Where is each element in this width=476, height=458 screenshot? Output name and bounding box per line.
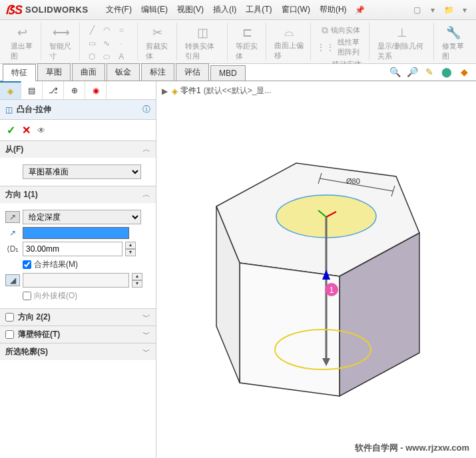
- tab-features[interactable]: 特征: [3, 64, 36, 81]
- depth-increase-button[interactable]: ▴: [125, 242, 136, 249]
- show-relations-button[interactable]: ⊥ 显示/删除几何关系: [375, 24, 429, 63]
- linear-pattern-button[interactable]: ⋮⋮线性草图阵列: [316, 37, 364, 58]
- exit-sketch-icon: ↩: [17, 25, 27, 40]
- panel-tab-property[interactable]: ▤: [21, 81, 43, 99]
- new-doc-icon[interactable]: ▢: [411, 4, 423, 16]
- depth-input[interactable]: [23, 242, 122, 256]
- folder-icon[interactable]: 📁: [443, 4, 455, 16]
- thin-feature-header[interactable]: 薄壁特征(T) ﹀: [0, 326, 156, 343]
- title-quick-icons: ▢ ▾ 📁 ▾: [411, 4, 476, 16]
- menu-view[interactable]: 视图(V): [173, 1, 208, 18]
- menu-file[interactable]: 文件(F): [102, 1, 136, 18]
- direction-icon[interactable]: ↗: [5, 211, 20, 223]
- ellipse-icon[interactable]: ⬭: [100, 51, 113, 63]
- preview-icon[interactable]: 👁: [37, 126, 45, 135]
- pin-icon[interactable]: 📌: [355, 5, 365, 15]
- feature-title-bar: ◫ 凸台-拉伸 ⓘ: [0, 100, 156, 120]
- tab-sketch[interactable]: 草图: [37, 63, 71, 81]
- app-logo: ẞS SOLIDWORKS: [0, 3, 94, 17]
- end-condition-select[interactable]: 给定深度: [23, 210, 141, 224]
- open-doc-icon[interactable]: ▾: [427, 4, 439, 16]
- mirror-entities-button[interactable]: ⧉镜向实体: [322, 24, 360, 37]
- point-icon[interactable]: ·: [115, 37, 128, 49]
- panel-tab-dimxpert[interactable]: ⊕: [64, 81, 85, 99]
- cancel-button[interactable]: ✕: [22, 124, 31, 136]
- smart-dim-icon: ⟷: [53, 25, 70, 40]
- circle-icon[interactable]: ○: [115, 24, 128, 36]
- spline-icon[interactable]: ∿: [100, 37, 113, 49]
- contours-header[interactable]: 所选轮廓(S) ﹀: [0, 344, 156, 360]
- draft-increase-button[interactable]: ▴: [132, 273, 142, 280]
- reverse-icon[interactable]: ↗: [5, 228, 20, 238]
- direction1-header[interactable]: 方向 1(1) ︿: [0, 186, 156, 203]
- command-ribbon: ↩ 退出草图 ⟷ 智能尺寸 ╱ ◠ ○ ▭ ∿ · ⬡ ⬭ A ✂ 剪裁实体 ◫: [0, 20, 476, 64]
- menu-tools[interactable]: 工具(T): [242, 1, 276, 18]
- tab-annotate[interactable]: 标注: [141, 63, 174, 81]
- appearance-icon[interactable]: ⬤: [440, 65, 453, 79]
- from-select[interactable]: 草图基准面: [23, 164, 141, 179]
- feature-title: 凸台-拉伸: [17, 104, 142, 115]
- menu-window[interactable]: 窗口(W): [278, 1, 314, 18]
- feature-tabs: 特征 草图 曲面 钣金 标注 评估 MBD 🔍 🔎 ✎ ⬤ ◆: [0, 64, 476, 81]
- tab-evaluate[interactable]: 评估: [176, 63, 209, 81]
- help-icon[interactable]: ⓘ: [142, 104, 150, 115]
- panel-tab-feature-tree[interactable]: ◈: [0, 81, 21, 99]
- direction2-header[interactable]: 方向 2(2) ﹀: [0, 309, 156, 326]
- direction-reference-field[interactable]: [23, 227, 129, 239]
- surface-offset-button[interactable]: ⌓ 曲面上偏移: [272, 24, 306, 62]
- ok-button[interactable]: ✓: [7, 124, 15, 136]
- depth-icon: ⟨D₁: [5, 244, 20, 254]
- line-icon[interactable]: ╱: [85, 24, 99, 36]
- dropdown-icon[interactable]: ▾: [459, 4, 471, 16]
- exit-sketch-button[interactable]: ↩ 退出草图: [8, 24, 37, 63]
- breadcrumb-part[interactable]: 零件1: [180, 85, 201, 97]
- logo-ds-icon: ẞS: [5, 3, 23, 17]
- dimension-label: Ø80: [346, 177, 360, 185]
- from-header[interactable]: 从(F) ︿: [0, 141, 156, 158]
- menu-help[interactable]: 帮助(H): [316, 1, 351, 18]
- trim-icon: ✂: [152, 25, 162, 40]
- depth-decrease-button[interactable]: ▾: [125, 249, 136, 256]
- thin-feature-checkbox[interactable]: [5, 330, 14, 339]
- panel-tab-appearance[interactable]: ◉: [85, 81, 107, 99]
- contours-section: 所选轮廓(S) ﹀: [0, 343, 156, 360]
- draft-outward-checkbox[interactable]: [23, 292, 31, 300]
- panel-tab-config[interactable]: ⎇: [43, 81, 64, 99]
- scene-icon[interactable]: ◆: [457, 65, 471, 79]
- convert-entities-button[interactable]: ◫ 转换实体引用: [182, 24, 223, 63]
- draft-icon[interactable]: ◢: [5, 274, 20, 286]
- chevron-up-icon: ︿: [142, 189, 150, 200]
- draft-angle-input[interactable]: [23, 273, 129, 288]
- breadcrumb-expand-icon[interactable]: ▶: [162, 87, 168, 96]
- trim-button[interactable]: ✂ 剪裁实体: [143, 24, 172, 63]
- repair-sketch-button[interactable]: 🔧 修复草图: [439, 24, 468, 63]
- cube-icon: ◈: [7, 87, 13, 96]
- smart-dimension-button[interactable]: ⟷ 智能尺寸: [47, 24, 75, 63]
- tab-mbd[interactable]: MBD: [210, 65, 246, 81]
- arc-icon[interactable]: ◠: [100, 24, 113, 36]
- menu-edit[interactable]: 编辑(E): [137, 1, 172, 18]
- direction2-checkbox[interactable]: [5, 313, 14, 322]
- sketch-tools-group: ╱ ◠ ○ ▭ ∿ · ⬡ ⬭ A: [85, 24, 133, 63]
- tab-sheetmetal[interactable]: 钣金: [107, 63, 140, 81]
- section-view-icon[interactable]: ✎: [423, 65, 436, 79]
- graphics-viewport[interactable]: ▶ ◈ 零件1 (默认<<默认>_显...: [156, 81, 476, 458]
- polygon-icon[interactable]: ⬡: [85, 51, 99, 63]
- breadcrumb: ▶ ◈ 零件1 (默认<<默认>_显...: [162, 85, 271, 97]
- offset-entities-button[interactable]: ⊏ 等距实体: [233, 24, 262, 63]
- draft-decrease-button[interactable]: ▾: [132, 280, 142, 288]
- tab-surface[interactable]: 曲面: [72, 63, 105, 81]
- rect-icon[interactable]: ▭: [85, 37, 99, 49]
- extrude-icon: ◫: [5, 105, 13, 114]
- color-icon: ◉: [93, 86, 99, 95]
- pattern-icon: ⋮⋮: [316, 42, 335, 53]
- merge-result-checkbox[interactable]: [23, 260, 31, 269]
- surface-offset-icon: ⌓: [284, 25, 294, 39]
- list-icon: ▤: [28, 86, 35, 95]
- zoom-icon[interactable]: 🔎: [405, 65, 419, 79]
- text-icon[interactable]: A: [115, 51, 128, 63]
- menu-insert[interactable]: 插入(I): [209, 1, 240, 18]
- model-canvas[interactable]: Ø80 1: [156, 100, 476, 458]
- search-icon[interactable]: 🔍: [388, 65, 401, 79]
- direction2-section: 方向 2(2) ﹀: [0, 308, 156, 326]
